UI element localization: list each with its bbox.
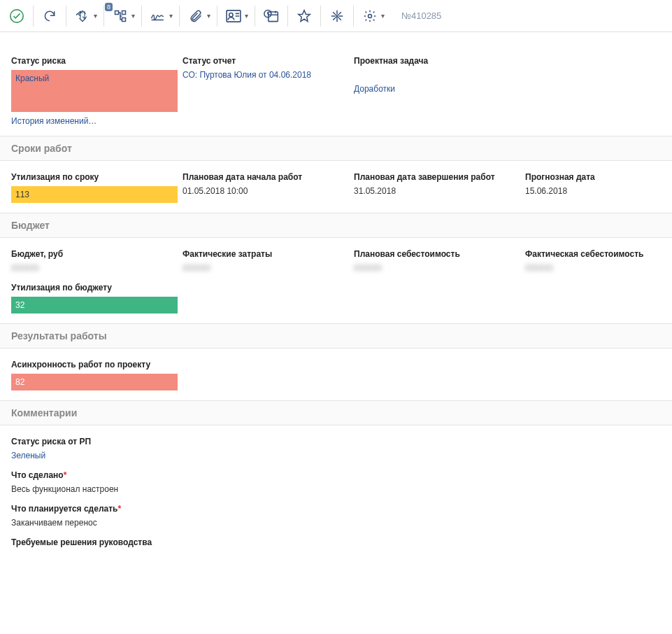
- done-value: Весь функционал настроен: [11, 484, 661, 494]
- history-link[interactable]: История изменений…: [11, 112, 96, 126]
- document-number: №410285: [401, 10, 441, 21]
- contact-card-icon[interactable]: [222, 5, 245, 27]
- plan-end-value: 31.05.2018: [354, 186, 525, 196]
- attachment-icon[interactable]: [185, 5, 207, 27]
- rp-status-value[interactable]: Зеленый: [11, 451, 661, 460]
- plan-value: Заканчиваем перенос: [11, 518, 661, 528]
- rp-status-label: Статус риска от РП: [11, 437, 661, 451]
- budget-row-1: Бюджет, руб 000000 Фактические затраты 0…: [11, 249, 661, 283]
- section-dates: Сроки работ: [0, 136, 672, 161]
- content-area: Статус риска Красный История изменений… …: [0, 32, 672, 567]
- async-value: 82: [11, 374, 178, 390]
- risk-status-value: Красный: [11, 70, 178, 112]
- settings-dropdown[interactable]: ▾: [381, 12, 386, 20]
- util-budget-label: Утилизация по бюджету: [11, 283, 183, 297]
- signature-icon[interactable]: [147, 5, 169, 27]
- done-label: Что сделано: [11, 470, 661, 484]
- fact-selfcost-value: 000000: [525, 263, 661, 273]
- calendar-clock-icon[interactable]: [260, 5, 283, 27]
- contact-dropdown[interactable]: ▾: [245, 12, 250, 20]
- report-status-value[interactable]: СО: Пуртова Юлия от 04.06.2018: [183, 70, 354, 80]
- refresh-icon[interactable]: [38, 5, 61, 27]
- attachment-dropdown[interactable]: ▾: [207, 12, 212, 20]
- svg-rect-1: [115, 10, 119, 14]
- async-label: Асинхронность работ по проекту: [11, 360, 183, 374]
- svg-point-8: [369, 14, 372, 17]
- fact-cost-value: 000000: [183, 263, 354, 273]
- sort-icon[interactable]: [71, 5, 94, 27]
- risk-status-label: Статус риска: [11, 56, 183, 70]
- budget-rub-label: Бюджет, руб: [11, 249, 183, 263]
- decisions-label: Требуемые решения руководства: [11, 537, 661, 551]
- dates-row: Утилизация по сроку 113 Плановая дата на…: [11, 172, 661, 213]
- sort-dropdown[interactable]: ▾: [94, 12, 99, 20]
- fact-cost-label: Фактические затраты: [183, 249, 354, 263]
- collapse-icon[interactable]: [326, 5, 348, 27]
- settings-icon[interactable]: [359, 5, 381, 27]
- toolbar: ▾ 8 ▾ ▾ ▾ ▾ ▾ №410285: [0, 0, 672, 32]
- plan-selfcost-value: 000000: [354, 263, 525, 273]
- star-icon[interactable]: [293, 5, 315, 27]
- svg-point-5: [229, 13, 233, 16]
- hierarchy-dropdown[interactable]: ▾: [131, 12, 136, 20]
- results-row: Асинхронность работ по проекту 82: [11, 360, 661, 400]
- util-term-value: 113: [11, 186, 178, 203]
- plan-label: Что планируется сделать: [11, 504, 661, 518]
- section-results: Результаты работы: [0, 323, 672, 348]
- budget-row-2: Утилизация по бюджету 32: [11, 283, 661, 323]
- plan-start-value: 01.05.2018 10:00: [183, 186, 354, 196]
- svg-rect-3: [122, 17, 126, 21]
- forecast-label: Прогнозная дата: [525, 172, 661, 186]
- hierarchy-badge: 8: [105, 3, 113, 11]
- plan-end-label: Плановая дата завершения работ: [354, 172, 525, 186]
- forecast-value: 15.06.2018: [525, 186, 661, 196]
- util-term-label: Утилизация по сроку: [11, 172, 183, 186]
- check-icon[interactable]: [6, 5, 28, 27]
- hierarchy-icon[interactable]: 8: [109, 5, 131, 27]
- risk-row: Статус риска Красный История изменений… …: [11, 43, 661, 136]
- report-status-label: Статус отчет: [183, 56, 354, 70]
- project-task-label: Проектная задача: [354, 56, 525, 70]
- section-comments: Комментарии: [0, 400, 672, 425]
- svg-rect-2: [122, 10, 126, 14]
- section-budget: Бюджет: [0, 213, 672, 238]
- plan-selfcost-label: Плановая себестоимость: [354, 249, 525, 263]
- project-task-value[interactable]: Доработки: [354, 76, 525, 94]
- plan-start-label: Плановая дата начала работ: [183, 172, 354, 186]
- signature-dropdown[interactable]: ▾: [169, 12, 174, 20]
- util-budget-value: 32: [11, 297, 178, 314]
- fact-selfcost-label: Фактическая себестоимость: [525, 249, 661, 263]
- budget-rub-value: 000000: [11, 263, 183, 273]
